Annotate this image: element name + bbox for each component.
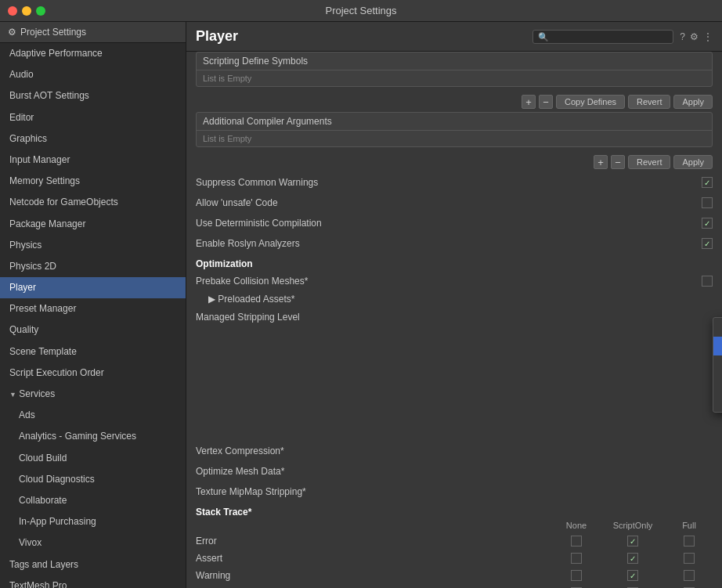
- compiler-args-header: Additional Compiler Arguments: [197, 113, 712, 131]
- trace-checkbox-warning-none[interactable]: [571, 570, 582, 581]
- checkbox-2[interactable]: ✓: [702, 218, 713, 229]
- scripting-define-section: Scripting Define Symbols List is Empty: [196, 52, 713, 87]
- sidebar-item-netcode-for-gameobjects[interactable]: Netcode for GameObjects: [0, 192, 186, 213]
- sidebar-item-services[interactable]: ▼ Services: [0, 384, 186, 405]
- checkbox-0[interactable]: ✓: [702, 177, 713, 188]
- checkbox-row-2: Use Deterministic Compilation ✓: [196, 213, 713, 233]
- sidebar-item-vivox[interactable]: Vivox: [0, 532, 186, 554]
- sidebar-item-in-app-purchasing[interactable]: In-App Purchasing: [0, 511, 186, 532]
- compiler-args-add-button[interactable]: +: [594, 155, 608, 169]
- stack-trace-row-label-2: Assert: [196, 550, 551, 566]
- stack-trace-cell-warning-script_only[interactable]: ✓: [601, 568, 664, 583]
- sidebar-item-player[interactable]: Player: [0, 277, 186, 298]
- gear-icon: ⚙: [8, 27, 16, 38]
- trace-checkbox-error-full[interactable]: [684, 536, 695, 547]
- managed-stripping-dropdown[interactable]: ✓ DisabledMinimalLowMediumHigh: [713, 317, 722, 413]
- checkbox-row-0: Suppress Common Warnings ✓: [196, 172, 713, 193]
- stack-trace-label: Stack Trace*: [196, 502, 713, 519]
- trace-checkbox-assert-none[interactable]: [571, 553, 582, 564]
- checkboxes-section: Suppress Common Warnings ✓ Allow 'unsafe…: [196, 172, 713, 254]
- compiler-args-apply-button[interactable]: Apply: [673, 155, 713, 169]
- sidebar-item-collaborate[interactable]: Collaborate: [0, 490, 186, 511]
- sidebar-item-preset-manager[interactable]: Preset Manager: [0, 298, 186, 319]
- stack-trace-cell-log-full[interactable]: [666, 585, 713, 588]
- scripting-define-remove-button[interactable]: −: [539, 95, 553, 109]
- sidebar-item-adaptive-performance[interactable]: Adaptive Performance: [0, 43, 186, 64]
- sidebar-item-cloud-diagnostics[interactable]: Cloud Diagnostics: [0, 469, 186, 490]
- optimize-mesh-label: Optimize Mesh Data*: [196, 464, 284, 479]
- stack-trace-cell-assert-none[interactable]: [553, 550, 600, 566]
- player-title: Player: [196, 28, 238, 45]
- scripting-define-revert-button[interactable]: Revert: [628, 95, 670, 109]
- sidebar-item-physics[interactable]: Physics: [0, 235, 186, 256]
- compiler-args-revert-button[interactable]: Revert: [628, 155, 670, 169]
- optimize-mesh-row: Optimize Mesh Data*: [196, 461, 713, 482]
- sidebar-item-scene-template[interactable]: Scene Template: [0, 341, 186, 363]
- stack-trace-row-label-4: Log: [196, 585, 551, 588]
- close-button[interactable]: [8, 6, 17, 16]
- scripting-define-apply-button[interactable]: Apply: [673, 95, 713, 109]
- stack-trace-cell-error-script_only[interactable]: ✓: [601, 533, 664, 549]
- compiler-args-actions: + − Revert Apply: [196, 152, 713, 172]
- dropdown-option-high[interactable]: High: [713, 393, 722, 412]
- trace-checkbox-warning-full[interactable]: [684, 570, 695, 581]
- dropdown-option-disabled[interactable]: ✓ Disabled: [713, 318, 722, 337]
- compiler-args-remove-button[interactable]: −: [611, 155, 625, 169]
- search-input[interactable]: [532, 30, 673, 44]
- sidebar-item-ads[interactable]: Ads: [0, 405, 186, 426]
- sidebar-item-input-manager[interactable]: Input Manager: [0, 150, 186, 171]
- prebake-label: Prebake Collision Meshes*: [196, 273, 308, 289]
- sidebar-item-analytics---gaming-services[interactable]: Analytics - Gaming Services: [0, 426, 186, 447]
- checkbox-3[interactable]: ✓: [702, 238, 713, 249]
- sidebar-item-textmesh-pro[interactable]: TextMesh Pro: [0, 575, 186, 588]
- sidebar-item-script-execution-order[interactable]: Script Execution Order: [0, 363, 186, 384]
- sidebar-item-package-manager[interactable]: Package Manager: [0, 214, 186, 235]
- overflow-icon[interactable]: ⋮: [703, 31, 713, 42]
- sidebar-item-editor[interactable]: Editor: [0, 107, 186, 128]
- sidebar-items-container: Adaptive PerformanceAudioBurst AOT Setti…: [0, 43, 186, 588]
- trace-checkbox-assert-script_only[interactable]: ✓: [627, 553, 638, 564]
- stack-trace-cell-warning-full[interactable]: [666, 568, 713, 583]
- scripting-define-empty: List is Empty: [197, 70, 712, 86]
- minimize-button[interactable]: [22, 6, 31, 16]
- vertex-compression-label: Vertex Compression*: [196, 443, 284, 459]
- checkbox-1[interactable]: [702, 197, 713, 208]
- scripting-define-add-button[interactable]: +: [522, 95, 536, 109]
- trace-checkbox-assert-full[interactable]: [684, 553, 695, 564]
- preloaded-assets-label[interactable]: ▶ Preloaded Assets*: [196, 291, 713, 307]
- stack-trace-cell-assert-full[interactable]: [666, 550, 713, 566]
- maximize-button[interactable]: [36, 6, 45, 16]
- sidebar-item-graphics[interactable]: Graphics: [0, 128, 186, 150]
- sidebar-item-burst-aot-settings[interactable]: Burst AOT Settings: [0, 85, 186, 106]
- window-controls[interactable]: [8, 6, 45, 16]
- stack-trace-cell-error-none[interactable]: [553, 533, 600, 549]
- sidebar-tab[interactable]: ⚙ Project Settings: [0, 22, 186, 43]
- dropdown-option-low[interactable]: Low: [713, 355, 722, 374]
- prebake-row: Prebake Collision Meshes*: [196, 271, 713, 291]
- copy-defines-button[interactable]: Copy Defines: [556, 95, 625, 109]
- sidebar-item-physics-2d[interactable]: Physics 2D: [0, 256, 186, 277]
- stack-trace-cell-assert-script_only[interactable]: ✓: [601, 550, 664, 566]
- sidebar-item-cloud-build[interactable]: Cloud Build: [0, 448, 186, 469]
- help-icon[interactable]: ?: [680, 31, 685, 42]
- stack-trace-cell-error-full[interactable]: [666, 533, 713, 549]
- dropdown-option-medium[interactable]: Medium: [713, 374, 722, 393]
- sidebar: ⚙ Project Settings Adaptive PerformanceA…: [0, 22, 186, 588]
- sidebar-item-quality[interactable]: Quality: [0, 319, 186, 341]
- sidebar-item-memory-settings[interactable]: Memory Settings: [0, 171, 186, 192]
- sidebar-item-audio[interactable]: Audio: [0, 64, 186, 85]
- stack-trace-cell-warning-none[interactable]: [553, 568, 600, 583]
- trace-checkbox-error-none[interactable]: [571, 536, 582, 547]
- stack-trace-cell-log-none[interactable]: [553, 585, 600, 588]
- trace-checkbox-error-script_only[interactable]: ✓: [627, 536, 638, 547]
- below-dropdown-spacer: Vertex Compression* Optimize Mesh Data* …: [196, 441, 713, 502]
- dropdown-option-minimal[interactable]: Minimal: [713, 337, 722, 355]
- stack-trace-row-label-1: Error: [196, 533, 551, 549]
- prebake-checkbox[interactable]: [702, 276, 713, 287]
- stack-trace-cell-log-script_only[interactable]: ✓: [601, 585, 664, 588]
- trace-checkbox-warning-script_only[interactable]: ✓: [627, 570, 638, 581]
- sidebar-item-tags-and-layers[interactable]: Tags and Layers: [0, 554, 186, 575]
- settings-icon[interactable]: ⚙: [690, 31, 699, 42]
- checkbox-label-3: Enable Roslyn Analyzers: [196, 236, 300, 251]
- texture-mipmap-row: Texture MipMap Stripping*: [196, 482, 713, 502]
